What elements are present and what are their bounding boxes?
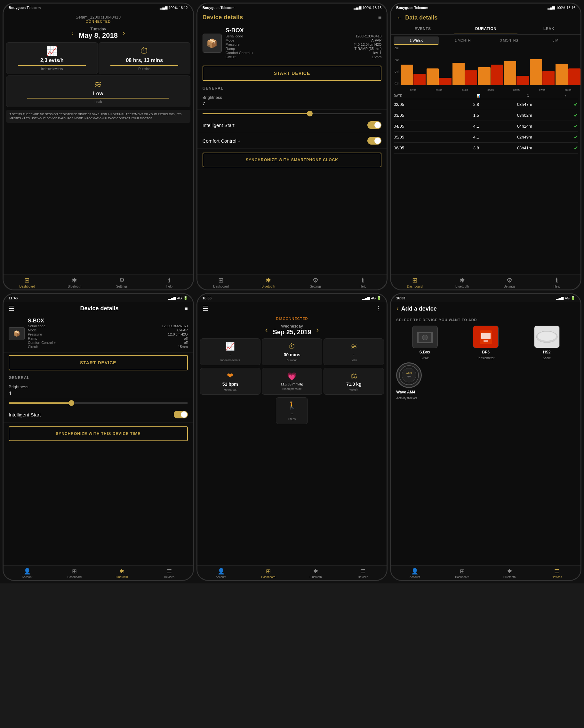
s2-tab-settings-icon: ⚙ <box>313 276 319 284</box>
s3-row-4[interactable]: 05/05 4.1 02h49m ✔ <box>393 132 578 142</box>
s3-tab-help-label: Help <box>554 285 560 288</box>
s6-tab-devices[interactable]: ☰ Devices <box>533 568 581 579</box>
s1-leak-card[interactable]: ≋ Low Leak <box>6 76 191 107</box>
s2-intelligent-start-toggle[interactable] <box>367 121 381 129</box>
s4-tab-dashboard-label: Dashboard <box>68 575 82 579</box>
s4-slider-container[interactable] <box>3 399 193 407</box>
s4-hamburger-icon[interactable]: ☰ <box>9 305 15 312</box>
s3-period-1week[interactable]: 1 WEEK <box>393 36 439 45</box>
s2-app-content: Device details ≡ 📦 S-BOX Serial code 120… <box>198 11 387 274</box>
s2-slider-container[interactable] <box>198 110 387 118</box>
s4-device-details: S-BOX Serial code 1200R18326160 Mode C-P… <box>28 318 188 349</box>
s5-metric-bp[interactable]: 💗 115/65 mmHg Blood pressure <box>262 368 322 395</box>
s2-menu-icon[interactable]: ≡ <box>378 14 382 21</box>
s6-tab-bluetooth[interactable]: ✱ Bluetooth <box>486 568 533 579</box>
s5-prev-arrow[interactable]: ‹ <box>265 325 268 334</box>
s4-tab-bluetooth[interactable]: ✱ Bluetooth <box>98 568 146 579</box>
s4-list-icon[interactable]: ≡ <box>184 305 188 312</box>
svg-text:AM4: AM4 <box>407 375 411 378</box>
s2-title: Device details <box>203 14 243 21</box>
s3-period-6m[interactable]: 6 M <box>533 36 578 45</box>
s1-metric-duration[interactable]: ⏱ 08 hrs, 13 mins Duration <box>99 42 191 74</box>
s3-period-3months[interactable]: 3 MONTHS <box>486 36 532 45</box>
screen2-phone: Bouygues Telecom ▂▄▆ 100% 18:13 Device d… <box>197 3 388 290</box>
s1-tab-help[interactable]: ℹ Help <box>146 276 193 288</box>
s5-metric-weight[interactable]: ⚖ 71.0 kg Weight <box>324 368 384 395</box>
s5-metric-heartbeat[interactable]: ❤ 51 bpm Heartbeat <box>200 368 260 395</box>
s2-start-device-btn[interactable]: START DEVICE <box>203 66 382 81</box>
s4-tab-bluetooth-icon: ✱ <box>119 568 124 575</box>
s3-row-5[interactable]: 06/05 3.8 03h41m ✔ <box>393 142 578 154</box>
s5-tab-devices[interactable]: ☰ Devices <box>339 568 386 579</box>
s5-metric-leak[interactable]: ≋ - Leak <box>324 338 384 365</box>
s6-device-bp5[interactable]: BP5 Tensiometer <box>457 326 514 360</box>
s3-tab-events[interactable]: EVENTS <box>391 24 454 34</box>
s6-tab-dashboard[interactable]: ⊞ Dashboard <box>438 568 486 579</box>
s1-leak-icon: ≋ <box>94 79 102 89</box>
s1-duration-value: 08 hrs, 13 mins <box>126 58 163 63</box>
s2-slider-thumb[interactable] <box>307 111 313 116</box>
s2-tab-bluetooth[interactable]: ✱ Bluetooth <box>245 276 292 288</box>
s6-tab-devices-icon: ☰ <box>554 568 559 575</box>
s5-next-arrow[interactable]: › <box>316 325 319 334</box>
s4-status-bar: 11:46 ▂▄▆ 4G 🔋 <box>3 294 193 302</box>
s2-tab-dashboard[interactable]: ⊞ Dashboard <box>198 276 245 288</box>
s3-back-btn[interactable]: ← <box>396 14 403 21</box>
s3-tab-dashboard[interactable]: ⊞ Dashboard <box>391 276 438 288</box>
s2-tab-help[interactable]: ℹ Help <box>339 276 386 288</box>
s6-device-sbox[interactable]: S.Box CPAP <box>396 326 453 360</box>
s3-tab-bluetooth[interactable]: ✱ Bluetooth <box>438 276 486 288</box>
s3-tab-leak[interactable]: LEAK <box>517 24 581 34</box>
s4-slider-thumb[interactable] <box>69 400 74 406</box>
s3-tab-settings[interactable]: ⚙ Settings <box>486 276 533 288</box>
s2-tab-dashboard-icon: ⊞ <box>218 276 224 284</box>
s1-tab-bluetooth[interactable]: ✱ Bluetooth <box>51 276 98 288</box>
s5-tab-account[interactable]: 👤 Account <box>198 568 245 579</box>
s3-chart-x-labels: 02/05 03/05 04/05 05/05 06/05 07/05 08/0… <box>401 88 581 92</box>
s2-signal: ▂▄▆ <box>354 5 361 9</box>
s2-sync-btn[interactable]: SYNCHRONIZE WITH SMARTPHONE CLOCK <box>203 153 382 167</box>
s4-tab-account[interactable]: 👤 Account <box>3 568 51 579</box>
s6-device-hs2[interactable]: HS2 Scale <box>518 326 575 360</box>
s4-tab-dashboard[interactable]: ⊞ Dashboard <box>51 568 98 579</box>
s6-back-btn[interactable]: ‹ <box>396 305 399 313</box>
s4-status-right: ▂▄▆ 4G 🔋 <box>168 296 187 300</box>
s5-tab-bluetooth[interactable]: ✱ Bluetooth <box>292 568 339 579</box>
s3-row-1[interactable]: 02/05 2.8 03h47m ✔ <box>393 99 578 110</box>
s1-prev-arrow[interactable]: ‹ <box>71 29 74 37</box>
s6-tab-account-label: Account <box>410 575 420 579</box>
s3-tab-help[interactable]: ℹ Help <box>533 276 581 288</box>
s1-tab-dashboard[interactable]: ⊞ Dashboard <box>3 276 51 288</box>
s4-sync-btn[interactable]: SYNCHRONIZE WITH THIS DEVICE TIME <box>9 426 188 441</box>
s3-row-2[interactable]: 03/05 1.5 03h02m ✔ <box>393 110 578 121</box>
s5-events-lbl: Indexed events <box>221 359 240 362</box>
s4-pressure-row: Pressure 12.0 cmH2O <box>28 332 188 336</box>
s5-metric-events[interactable]: 📈 - Indexed events <box>200 338 260 365</box>
s6-tab-account[interactable]: 👤 Account <box>391 568 438 579</box>
s5-more-icon[interactable]: ⋮ <box>375 305 381 312</box>
s4-start-device-btn[interactable]: START DEVICE <box>9 355 188 370</box>
s1-tab-settings[interactable]: ⚙ Settings <box>98 276 146 288</box>
s5-hamburger-icon[interactable]: ☰ <box>203 305 208 312</box>
s6-hs2-type: Scale <box>543 356 551 360</box>
s3-period-1month[interactable]: 1 MONTH <box>440 36 485 45</box>
s4-tab-devices[interactable]: ☰ Devices <box>146 568 193 579</box>
s3-tab-duration[interactable]: DURATION <box>454 24 517 34</box>
s3-tabs: EVENTS DURATION LEAK <box>391 24 581 34</box>
s1-next-arrow[interactable]: › <box>123 29 125 37</box>
s2-comfort-toggle[interactable] <box>367 137 381 145</box>
s5-tab-dashboard-icon: ⊞ <box>266 568 271 575</box>
s3-row-3[interactable]: 04/05 4.1 04h24m ✔ <box>393 121 578 132</box>
s5-tab-dashboard[interactable]: ⊞ Dashboard <box>245 568 292 579</box>
s6-device-wave[interactable]: Wave AM4 Wave AM4 Activity tracker <box>396 362 575 400</box>
s3-period-tabs: 1 WEEK 1 MONTH 3 MONTHS 6 M <box>391 34 581 47</box>
s5-steps-card[interactable]: 🚶 - Steps <box>276 397 308 424</box>
s5-metric-duration[interactable]: ⏱ 00 mins Duration <box>262 338 322 365</box>
s4-intelligent-start-toggle[interactable] <box>174 411 188 418</box>
s1-metric-events[interactable]: 📈 2,3 evts/h Indexed events <box>6 42 98 74</box>
s1-events-underline <box>18 65 86 66</box>
s4-tab-account-label: Account <box>22 575 33 579</box>
s6-wave-type: Activity tracker <box>396 396 417 400</box>
s2-tab-settings[interactable]: ⚙ Settings <box>292 276 339 288</box>
s4-tab-devices-icon: ☰ <box>167 568 172 575</box>
